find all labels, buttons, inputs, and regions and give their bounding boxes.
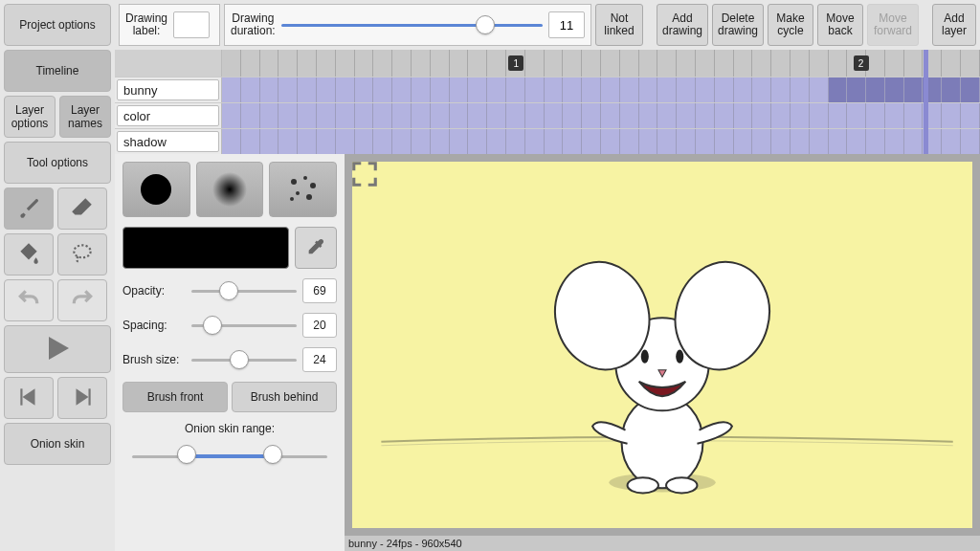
timeline-cell[interactable] (260, 103, 279, 128)
timeline-cell[interactable] (942, 103, 961, 128)
timeline-cell[interactable] (734, 77, 753, 102)
drawing-canvas[interactable] (352, 162, 972, 528)
timeline-cell[interactable] (506, 103, 525, 128)
timeline-cell[interactable] (317, 129, 336, 154)
brush-behind-button[interactable]: Brush behind (232, 382, 337, 412)
timeline-cell[interactable] (260, 129, 279, 154)
timeline-button[interactable]: Timeline (4, 50, 111, 92)
timeline-cell[interactable] (942, 129, 961, 154)
timeline-cell[interactable] (317, 77, 336, 102)
timeline-cell[interactable] (582, 103, 601, 128)
timeline-cell[interactable] (278, 129, 298, 154)
play-button[interactable] (4, 325, 111, 373)
timeline-cell[interactable] (336, 77, 355, 102)
timeline-cell[interactable] (487, 129, 506, 154)
current-color[interactable] (122, 227, 289, 269)
timeline-cell[interactable] (866, 77, 885, 102)
timeline-cell[interactable] (260, 77, 279, 102)
spacing-slider[interactable] (191, 316, 297, 335)
drawing-label-input[interactable] (173, 11, 210, 38)
timeline-cell[interactable] (829, 103, 848, 128)
timeline-cell[interactable] (810, 77, 829, 102)
step-back-button[interactable] (4, 377, 54, 419)
timeline-cell[interactable] (810, 129, 829, 154)
timeline-cell[interactable] (885, 103, 904, 128)
brush-front-button[interactable]: Brush front (122, 382, 228, 412)
timeline-cell[interactable] (601, 77, 620, 102)
timeline-cell[interactable] (601, 129, 620, 154)
timeline-cell[interactable] (752, 129, 771, 154)
timeline-cell[interactable] (563, 77, 582, 102)
timeline-cell[interactable] (639, 103, 658, 128)
timeline-cell[interactable] (847, 129, 866, 154)
timeline-cell[interactable] (791, 77, 810, 102)
timeline-cell[interactable] (450, 129, 469, 154)
timeline-cell[interactable] (715, 103, 734, 128)
timeline-cell[interactable] (412, 77, 431, 102)
timeline-cell[interactable] (373, 77, 392, 102)
timeline-cell[interactable] (412, 103, 431, 128)
timeline-cell[interactable] (298, 103, 317, 128)
timeline-cell[interactable] (734, 103, 753, 128)
expand-button[interactable] (350, 160, 379, 191)
timeline-cell[interactable] (847, 77, 866, 102)
timeline-cell[interactable] (298, 129, 317, 154)
timeline-cell[interactable] (715, 77, 734, 102)
timeline-cell[interactable] (563, 129, 582, 154)
brush-preset-3[interactable] (269, 162, 337, 217)
timeline-cell[interactable] (942, 77, 961, 102)
timeline-cell[interactable] (904, 129, 924, 154)
timeline-cell[interactable] (487, 77, 506, 102)
timeline-cell[interactable] (620, 77, 639, 102)
timeline-cell[interactable] (222, 77, 241, 102)
timeline-cell[interactable] (696, 129, 715, 154)
keyframe-marker[interactable]: 1 (508, 55, 523, 71)
timeline-cell[interactable] (847, 103, 866, 128)
eraser-tool-button[interactable] (57, 187, 107, 230)
timeline-cell[interactable] (373, 129, 392, 154)
timeline-cell[interactable] (791, 129, 810, 154)
redo-button[interactable] (57, 279, 107, 321)
add-layer-button[interactable]: Add layer (932, 4, 976, 46)
timeline-cell[interactable] (677, 103, 696, 128)
timeline-cell[interactable] (525, 77, 545, 102)
timeline-cell[interactable] (487, 103, 506, 128)
timeline-cell[interactable] (431, 103, 450, 128)
not-linked-button[interactable]: Not linked (595, 4, 643, 46)
timeline-cell[interactable] (392, 77, 412, 102)
onion-skin-range-slider[interactable] (132, 445, 327, 468)
timeline-cell[interactable] (829, 77, 848, 102)
add-drawing-button[interactable]: Add drawing (657, 4, 708, 46)
timeline-cell[interactable] (563, 103, 582, 128)
timeline-cell[interactable] (810, 103, 829, 128)
eyedropper-button[interactable] (295, 227, 337, 269)
timeline-cell[interactable] (431, 129, 450, 154)
fill-tool-button[interactable] (4, 233, 54, 276)
timeline-cell[interactable] (752, 103, 771, 128)
timeline-cell[interactable] (412, 129, 431, 154)
timeline-ruler[interactable]: /*build ticks inline via template repeti… (222, 50, 980, 77)
timeline-cell[interactable] (620, 103, 639, 128)
drawing-duration-slider[interactable] (281, 15, 543, 34)
timeline-cell[interactable] (506, 129, 525, 154)
timeline-cell[interactable] (392, 129, 412, 154)
timeline-cell[interactable] (791, 103, 810, 128)
layer-options-button[interactable]: Layer options (4, 96, 56, 138)
timeline-cell[interactable] (904, 103, 924, 128)
timeline-cell[interactable] (677, 77, 696, 102)
timeline-cell[interactable] (392, 103, 412, 128)
timeline-cell[interactable] (752, 77, 771, 102)
layer-name-input[interactable]: bunny (117, 79, 219, 100)
timeline-cell[interactable] (450, 103, 469, 128)
brush-preset-1[interactable] (122, 162, 190, 217)
timeline-cell[interactable] (961, 77, 980, 102)
keyframe-marker[interactable]: 2 (854, 55, 869, 71)
layer-name-input[interactable]: color (117, 105, 219, 126)
project-options-button[interactable]: Project options (4, 4, 111, 46)
timeline-cell[interactable] (771, 129, 791, 154)
step-forward-button[interactable] (57, 377, 107, 419)
timeline-cell[interactable] (771, 103, 791, 128)
timeline-cell[interactable] (336, 103, 355, 128)
timeline-cell[interactable] (317, 103, 336, 128)
timeline-cell[interactable] (355, 129, 374, 154)
